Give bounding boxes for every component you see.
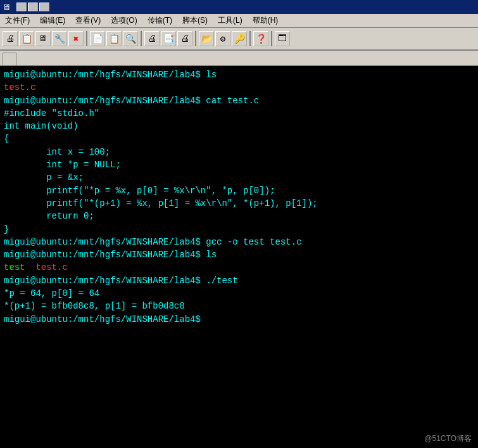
menu-item[interactable]: 帮助(H) bbox=[248, 14, 284, 27]
menubar: 文件(F)编辑(E)查看(V)选项(O)传输(T)脚本(S)工具(L)帮助(H) bbox=[0, 14, 478, 28]
terminal-line: migui@ubuntu:/mnt/hgfs/WINSHARE/lab4$ ls bbox=[4, 68, 474, 81]
terminal-area[interactable]: migui@ubuntu:/mnt/hgfs/WINSHARE/lab4$ ls… bbox=[0, 66, 478, 448]
terminal-line: migui@ubuntu:/mnt/hgfs/WINSHARE/lab4$ ca… bbox=[4, 94, 474, 107]
terminal-line: } bbox=[4, 223, 474, 236]
toolbar-btn-13[interactable]: ⚙ bbox=[215, 31, 230, 46]
toolbar-btn-15[interactable]: ❓ bbox=[253, 31, 268, 46]
toolbar-btn-3[interactable]: 🖥 bbox=[35, 31, 51, 46]
toolbar-btn-7[interactable]: 📋 bbox=[106, 31, 122, 46]
terminal-line: { bbox=[4, 132, 474, 145]
terminal-line: migui@ubuntu:/mnt/hgfs/WINSHARE/lab4$ ./… bbox=[4, 274, 474, 287]
app-icon: 🖥 bbox=[3, 2, 11, 12]
menu-item[interactable]: 工具(L) bbox=[213, 14, 248, 27]
toolbar-btn-5[interactable]: ✖ bbox=[68, 31, 84, 46]
terminal-line: int x = 100; bbox=[4, 146, 474, 158]
terminal-line: migui@ubuntu:/mnt/hgfs/WINSHARE/lab4$ bbox=[4, 313, 474, 326]
terminal-line: migui@ubuntu:/mnt/hgfs/WINSHARE/lab4$ gc… bbox=[4, 236, 474, 248]
toolbar-btn-11[interactable]: 🖨 bbox=[177, 31, 192, 46]
tabbar bbox=[0, 51, 478, 66]
terminal-line: *(p+1) = bfb0d8c8, p[1] = bfb0d8c8 bbox=[4, 300, 474, 312]
menu-item[interactable]: 传输(T) bbox=[142, 14, 177, 27]
window-controls bbox=[16, 3, 49, 11]
toolbar-separator-2 bbox=[141, 31, 142, 46]
toolbar-btn-9[interactable]: 🖨 bbox=[144, 31, 160, 46]
menu-item[interactable]: 编辑(E) bbox=[35, 14, 70, 27]
toolbar-btn-6[interactable]: 📄 bbox=[90, 31, 105, 46]
terminal-line: #include "stdio.h" bbox=[4, 107, 474, 120]
terminal-line: printf("*p = %x, p[0] = %x\r\n", *p, p[0… bbox=[4, 184, 474, 197]
menu-item[interactable]: 文件(F) bbox=[0, 14, 35, 27]
toolbar-separator-5 bbox=[271, 31, 272, 46]
terminal-line: *p = 64, p[0] = 64 bbox=[4, 287, 474, 300]
terminal-line: return 0; bbox=[4, 210, 474, 222]
terminal-content: migui@ubuntu:/mnt/hgfs/WINSHARE/lab4$ ls… bbox=[4, 68, 474, 326]
toolbar-separator-3 bbox=[195, 31, 196, 46]
menu-item[interactable]: 查看(V) bbox=[70, 14, 106, 27]
toolbar-btn-14[interactable]: 🔑 bbox=[232, 31, 247, 46]
toolbar-btn-2[interactable]: 📋 bbox=[19, 31, 34, 46]
terminal-line: test test.c bbox=[4, 261, 474, 274]
toolbar-btn-12[interactable]: 📂 bbox=[199, 31, 214, 46]
terminal-line: migui@ubuntu:/mnt/hgfs/WINSHARE/lab4$ ls bbox=[4, 248, 474, 261]
terminal-line: printf("*(p+1) = %x, p[1] = %x\r\n", *(p… bbox=[4, 197, 474, 210]
close-button[interactable] bbox=[39, 3, 49, 11]
menu-item[interactable]: 选项(O) bbox=[106, 14, 142, 27]
session-tab[interactable] bbox=[3, 53, 16, 65]
toolbar-btn-8[interactable]: 🔍 bbox=[123, 31, 138, 46]
toolbar-btn-1[interactable]: 🖨 bbox=[3, 31, 18, 46]
toolbar-btn-4[interactable]: 🔧 bbox=[52, 31, 67, 46]
toolbar-separator-4 bbox=[249, 31, 251, 46]
terminal-line: test.c bbox=[4, 81, 474, 94]
watermark: @51CTO博客 bbox=[424, 433, 472, 444]
maximize-button[interactable] bbox=[28, 3, 38, 11]
toolbar-btn-10[interactable]: 📑 bbox=[161, 31, 176, 46]
toolbar-btn-16[interactable]: 🗔 bbox=[275, 31, 290, 46]
minimize-button[interactable] bbox=[16, 3, 27, 11]
menu-item[interactable]: 脚本(S) bbox=[177, 14, 213, 27]
titlebar: 🖥 bbox=[0, 0, 478, 14]
terminal-line: p = &x; bbox=[4, 171, 474, 184]
toolbar: 🖨 📋 🖥 🔧 ✖ 📄 📋 🔍 🖨 📑 🖨 📂 ⚙ 🔑 ❓ 🗔 bbox=[0, 28, 478, 51]
terminal-line: int *p = NULL; bbox=[4, 158, 474, 171]
toolbar-separator-1 bbox=[86, 31, 87, 46]
terminal-line: int main(void) bbox=[4, 120, 474, 132]
